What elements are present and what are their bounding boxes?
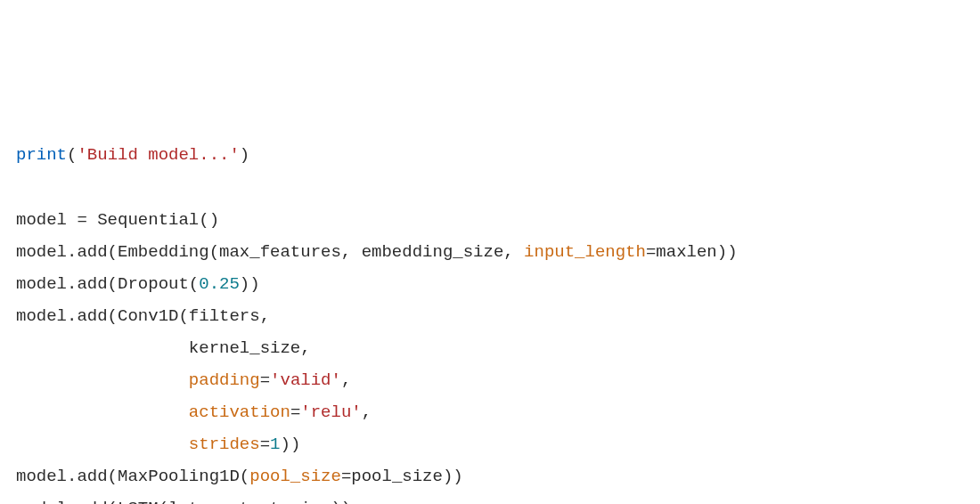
- indent: [16, 402, 189, 422]
- code-line: padding='valid',: [16, 364, 964, 396]
- token-builtin: print: [16, 145, 67, 165]
- indent: [16, 370, 189, 390]
- token-kwarg: activation: [189, 402, 290, 422]
- code-line: print('Build model...'): [16, 139, 964, 171]
- token-number: 0.25: [199, 274, 240, 294]
- token-kwarg: padding: [189, 370, 260, 390]
- token-kwarg: pool_size: [249, 467, 341, 486]
- code-line: model.add(Embedding(max_features, embedd…: [16, 236, 964, 268]
- code-line: kernel_size,: [16, 332, 964, 364]
- code-line: model.add(MaxPooling1D(pool_size=pool_si…: [16, 460, 964, 492]
- token-default: model.add(LSTM(lstm_output_size)): [16, 499, 351, 504]
- token-default: (: [67, 145, 77, 165]
- code-line: model.add(Conv1D(filters,: [16, 300, 964, 332]
- token-default: =maxlen)): [646, 242, 738, 262]
- code-line: model.add(Dropout(0.25)): [16, 268, 964, 300]
- code-line: strides=1)): [16, 428, 964, 460]
- token-string: 'Build model...': [77, 145, 239, 165]
- token-default: model.add(Dropout(: [16, 274, 199, 294]
- token-default: )): [240, 274, 260, 294]
- token-default: =: [260, 370, 270, 390]
- token-default: =: [260, 435, 270, 454]
- code-line: model.add(LSTM(lstm_output_size)): [16, 492, 964, 504]
- code-line: model = Sequential(): [16, 204, 964, 236]
- token-string: 'relu': [300, 402, 361, 422]
- indent: [16, 338, 189, 358]
- token-kwarg: input_length: [524, 242, 646, 262]
- token-default: kernel_size,: [189, 338, 311, 358]
- code-block: print('Build model...') model = Sequenti…: [16, 139, 964, 504]
- token-default: =pool_size)): [341, 467, 463, 486]
- token-string: 'valid': [270, 370, 341, 390]
- token-default: model.add(MaxPooling1D(: [16, 467, 249, 486]
- indent: [16, 435, 189, 454]
- token-default: model.add(Embedding(max_features, embedd…: [16, 242, 524, 262]
- code-line: [16, 171, 964, 203]
- token-default: )): [280, 435, 300, 454]
- token-default: ,: [362, 402, 372, 422]
- token-number: 1: [270, 435, 280, 454]
- code-line: activation='relu',: [16, 396, 964, 428]
- token-default: =: [290, 402, 300, 422]
- token-default: ,: [341, 370, 351, 390]
- token-default: model = Sequential(): [16, 210, 219, 230]
- token-kwarg: strides: [189, 435, 260, 454]
- token-default: model.add(Conv1D(filters,: [16, 306, 270, 326]
- token-default: ): [240, 145, 249, 165]
